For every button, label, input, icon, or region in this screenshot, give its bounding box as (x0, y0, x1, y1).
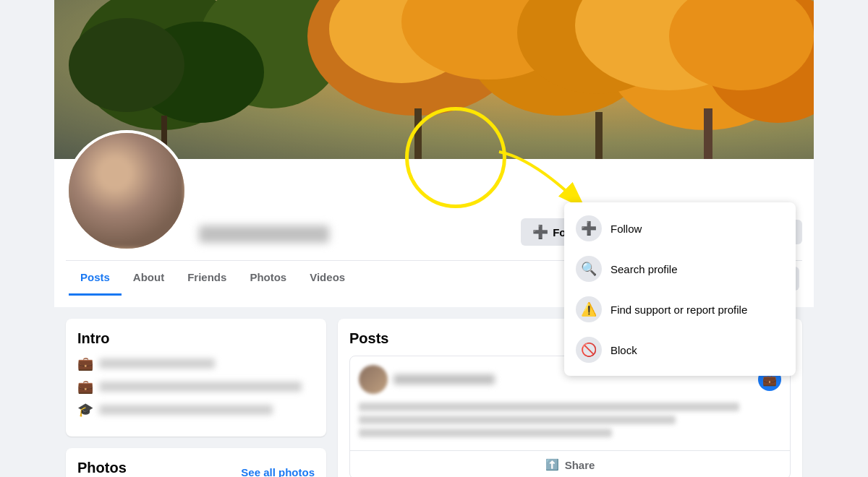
intro-title: Intro (77, 330, 315, 347)
name-blur (199, 225, 329, 243)
page-wrapper: ➕ Follow 👤+ Add Friend 💬 Message Posts (0, 0, 868, 477)
share-label: Share (565, 459, 595, 471)
post-name (393, 374, 495, 384)
dropdown-block-label: Block (610, 344, 637, 356)
dropdown-block-icon: 🚫 (576, 337, 602, 363)
dropdown-block[interactable]: 🚫 Block (564, 330, 796, 370)
post-content (350, 403, 790, 450)
post-text-2 (359, 416, 676, 424)
intro-text-3 (99, 405, 273, 415)
briefcase-icon-2: 💼 (77, 379, 93, 395)
dropdown-search-profile[interactable]: 🔍 Search profile (564, 249, 796, 289)
svg-rect-15 (414, 108, 422, 159)
tab-photos[interactable]: Photos (238, 261, 298, 296)
avatar-wrap (66, 130, 187, 252)
post-text-1 (359, 403, 739, 411)
profile-name (199, 225, 509, 252)
avatar-image (69, 133, 184, 249)
dropdown-follow-label: Follow (610, 223, 642, 235)
photos-title-row: Photos See all photos (77, 460, 315, 477)
follow-icon: ➕ (532, 224, 548, 240)
dropdown-search-label: Search profile (610, 263, 678, 275)
intro-text-1 (99, 358, 215, 369)
intro-item-1: 💼 (77, 356, 315, 371)
graduation-icon: 🎓 (77, 402, 93, 418)
share-icon: ⬆️ (545, 458, 559, 471)
svg-rect-17 (704, 108, 712, 159)
intro-card: Intro 💼 💼 🎓 (66, 319, 326, 437)
svg-point-13 (69, 18, 184, 112)
briefcase-icon: 💼 (77, 356, 93, 371)
dropdown-follow-icon: ➕ (576, 215, 602, 241)
see-all-photos-link[interactable]: See all photos (241, 466, 315, 477)
tab-posts[interactable]: Posts (69, 261, 122, 296)
dropdown-menu: ➕ Follow 🔍 Search profile ⚠️ Find suppor… (564, 202, 796, 376)
dropdown-search-icon: 🔍 (576, 256, 602, 282)
post-avatar (359, 365, 388, 394)
dropdown-report-icon: ⚠️ (576, 296, 602, 322)
dropdown-follow[interactable]: ➕ Follow (564, 208, 796, 249)
tab-friends[interactable]: Friends (176, 261, 238, 296)
tab-videos[interactable]: Videos (298, 261, 357, 296)
photos-card: Photos See all photos (66, 448, 326, 477)
dropdown-report-label: Find support or report profile (610, 304, 747, 316)
svg-rect-16 (595, 112, 603, 159)
intro-item-3: 🎓 (77, 402, 315, 418)
dropdown-report[interactable]: ⚠️ Find support or report profile (564, 289, 796, 330)
left-column: Intro 💼 💼 🎓 Photos See all ph (66, 319, 326, 477)
tab-about[interactable]: About (122, 261, 176, 296)
share-bar[interactable]: ⬆️ Share (350, 450, 790, 477)
photos-title: Photos (77, 460, 127, 476)
avatar (66, 130, 187, 252)
intro-item-2: 💼 (77, 379, 315, 395)
post-text-3 (359, 429, 612, 437)
intro-text-2 (99, 382, 302, 392)
